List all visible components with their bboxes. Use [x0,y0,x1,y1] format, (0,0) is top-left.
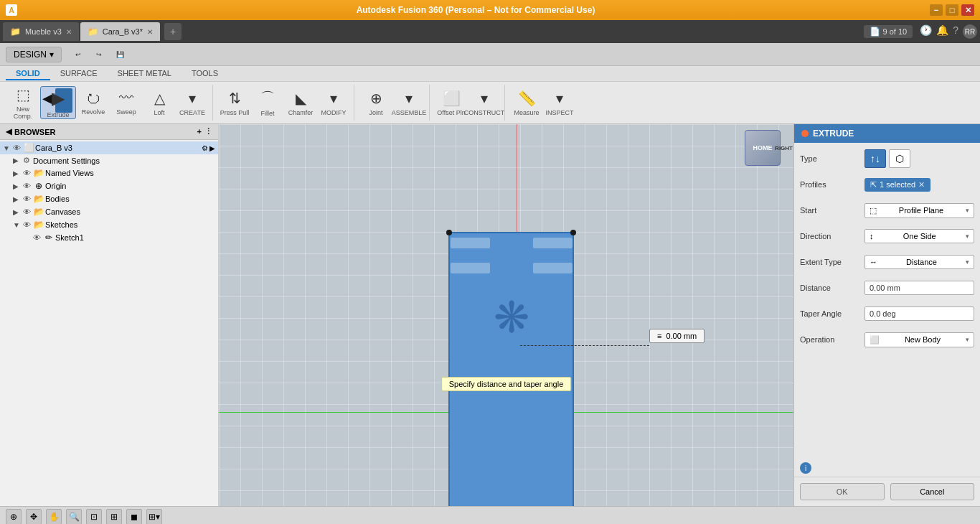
root-settings-icon[interactable]: ⚙ [202,144,208,152]
modify-dropdown[interactable]: ▾ MODIFY [318,86,349,119]
start-label: Start [800,206,864,215]
loft-button[interactable]: △ Loft [143,86,175,119]
tree-bodies[interactable]: ▶ 👁 📂 Bodies [10,192,218,205]
browser-collapse-icon[interactable]: ◀ [6,127,11,136]
taper-label: Taper Angle [800,309,864,318]
taper-input[interactable]: 0.0 deg [864,307,974,321]
canvases-eye-icon[interactable]: 👁 [23,207,31,216]
browser-panel: ◀ BROWSER + ⋮ ▼ 👁 ⬜ Cara_B v3 ⚙ ▶ ▶ ⚙ [0,124,219,506]
design-button[interactable]: DESIGN ▾ [6,47,62,62]
extent-type-dropdown-arrow: ▾ [966,258,969,266]
move-button[interactable]: ⊕ [6,509,22,525]
browser-more-icon[interactable]: ⋮ [204,127,212,136]
measure-button[interactable]: 📏 Measure [511,86,542,119]
sweep-button[interactable]: 〰 Sweep [110,86,142,119]
undo-button[interactable]: ↩ [69,45,88,64]
ok-button[interactable]: OK [800,483,885,500]
user-icon[interactable]: RR [963,24,977,39]
revolve-button[interactable]: ⭮ Revolve [77,86,109,119]
viewport[interactable]: ❋ ≡ 0.00 mm Specify distance and taper a… [219,124,793,506]
origin-icon: ⊕ [34,181,44,191]
cancel-button[interactable]: Cancel [890,483,975,500]
info-button[interactable]: i [800,462,811,474]
sketch1-icon: ✏ [44,233,54,243]
tree-sketch1[interactable]: 👁 ✏ Sketch1 [20,231,218,244]
tab-add-button[interactable]: + [164,23,182,40]
press-pull-button[interactable]: ⇅ Press Pull [219,86,250,119]
app-icon: A [6,4,22,16]
restore-button[interactable]: □ [946,4,958,16]
save-button[interactable]: 💾 [110,45,129,64]
view-cube-inner[interactable]: HOME RIGHT [745,130,781,166]
root-body-icon: ⬜ [24,143,34,153]
tab-sheet-metal[interactable]: SHEET METAL [108,67,182,80]
help-icon[interactable]: ? [953,24,958,39]
create-dropdown[interactable]: ▾ CREATE [176,86,208,119]
browser-add-icon[interactable]: + [197,127,202,136]
direction-icon: ↕ [870,232,874,240]
start-dropdown[interactable]: ⬚ Profile Plane ▾ [864,203,974,218]
extrude-body: Type ↑↓ ⬡ Profiles ⇱ 1 selected ✕ [794,143,980,459]
fillet-button[interactable]: ⌒ Fillet [252,86,283,119]
tab-action-icons: 🕐 🔔 ? RR [920,24,977,39]
root-arrow: ▼ [3,144,11,152]
origin-eye-icon[interactable]: 👁 [23,182,31,190]
inspect-dropdown[interactable]: ▾ INSPECT [544,86,575,119]
redo-button[interactable]: ↪ [90,45,108,64]
app-logo: A [6,4,17,16]
display-button[interactable]: ◼ [126,509,142,525]
hand-button[interactable]: ✋ [46,509,62,525]
type-extrude-button[interactable]: ↑↓ [864,149,886,168]
profile-badge[interactable]: ⇱ 1 selected ✕ [864,178,930,192]
tab-mueble[interactable]: 📁 Mueble v3 ✕ [3,22,79,41]
tab-tools[interactable]: TOOLS [182,67,228,80]
joint-button[interactable]: ⊕ Joint [360,86,392,119]
close-button[interactable]: ✕ [961,4,974,16]
root-eye-icon[interactable]: 👁 [13,144,21,152]
sketches-eye-icon[interactable]: 👁 [23,220,31,229]
canvases-arrow: ▶ [13,208,22,216]
type-taper-button[interactable]: ⬡ [889,149,910,168]
construct-dropdown[interactable]: ▾ CONSTRUCT [468,86,500,119]
root-more-icon[interactable]: ▶ [209,144,215,152]
operation-dropdown[interactable]: ⬜ New Body ▾ [864,332,974,347]
tree-root[interactable]: ▼ 👁 ⬜ Cara_B v3 ⚙ ▶ [0,141,218,154]
assemble-dropdown[interactable]: ▾ ASSEMBLE [393,86,425,119]
view-cube[interactable]: HOME RIGHT [745,130,788,173]
offset-plane-button[interactable]: ⬜ Offset Pln [435,86,467,119]
profiles-row: Profiles ⇱ 1 selected ✕ [800,174,974,195]
chamfer-button[interactable]: ◣ Chamfer [285,86,316,119]
taper-value-container: 0.0 deg [864,307,974,321]
extrude-button[interactable]: ▶ ◀ Extrude [40,86,76,119]
tree-named-views[interactable]: ▶ 👁 📂 Named Views [10,167,218,179]
tab-solid[interactable]: SOLID [6,67,50,80]
direction-dropdown[interactable]: ↕ One Side ▾ [864,229,974,243]
tree-document-settings[interactable]: ▶ ⚙ Document Settings [10,154,218,167]
profile-clear-button[interactable]: ✕ [918,180,925,190]
named-views-eye-icon[interactable]: 👁 [23,169,31,177]
tab-surface[interactable]: SURFACE [50,67,108,80]
tree-origin[interactable]: ▶ 👁 ⊕ Origin [10,179,218,192]
distance-input[interactable]: 0.00 mm [864,281,974,295]
extent-type-value: ↔ Distance ▾ [864,255,974,269]
extent-type-dropdown[interactable]: ↔ Distance ▾ [864,255,974,269]
grid-settings-button[interactable]: ⊞▾ [146,509,162,525]
tab-close-carab[interactable]: ✕ [147,28,153,36]
new-component-button[interactable]: ⬚ New Comp. [7,86,39,119]
minimize-button[interactable]: − [930,4,943,16]
grid-button[interactable]: ⊞ [106,509,122,525]
tree-sketches[interactable]: ▼ 👁 📂 Sketches [10,218,218,231]
tree-canvases[interactable]: ▶ 👁 📂 Canvases [10,205,218,218]
distance-tooltip[interactable]: ≡ 0.00 mm [649,329,705,343]
bodies-eye-icon[interactable]: 👁 [23,195,31,203]
pan-button[interactable]: ✥ [26,509,42,525]
tab-close-mueble[interactable]: ✕ [66,28,72,36]
notification-icon[interactable]: 🔔 [936,24,948,39]
sketch1-eye-icon[interactable]: 👁 [33,233,41,242]
clock-icon[interactable]: 🕐 [920,24,932,39]
origin-label: Origin [45,182,215,190]
start-value: ⬚ Profile Plane ▾ [864,203,974,218]
zoom-button[interactable]: 🔍 [66,509,82,525]
tab-carab[interactable]: 📁 Cara_B v3* ✕ [80,22,160,41]
zoom-fit-button[interactable]: ⊡ [86,509,102,525]
